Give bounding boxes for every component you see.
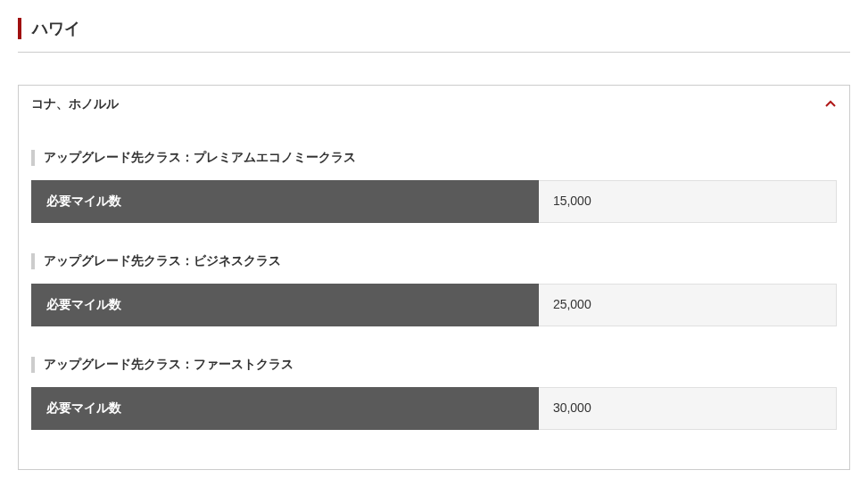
accordion-header[interactable]: コナ、ホノルル	[19, 86, 849, 123]
accordion: コナ、ホノルル アップグレード先クラス：プレミアムエコノミークラス 必要マイル数…	[18, 85, 850, 470]
mile-label: 必要マイル数	[31, 180, 539, 223]
upgrade-block: アップグレード先クラス：ファーストクラス 必要マイル数 30,000	[31, 357, 837, 430]
chevron-up-icon	[824, 98, 837, 111]
upgrade-class-label: アップグレード先クラス：ファーストクラス	[31, 357, 837, 373]
mile-value: 15,000	[539, 180, 837, 223]
upgrade-class-label: アップグレード先クラス：ビジネスクラス	[31, 253, 837, 269]
mile-label: 必要マイル数	[31, 284, 539, 326]
divider	[18, 52, 850, 53]
upgrade-block: アップグレード先クラス：ビジネスクラス 必要マイル数 25,000	[31, 253, 837, 326]
section-title: ハワイ	[18, 18, 850, 39]
accordion-header-title: コナ、ホノルル	[31, 96, 119, 112]
mile-value: 30,000	[539, 387, 837, 430]
accordion-body: アップグレード先クラス：プレミアムエコノミークラス 必要マイル数 15,000 …	[19, 123, 849, 469]
upgrade-class-label: アップグレード先クラス：プレミアムエコノミークラス	[31, 150, 837, 166]
mile-row: 必要マイル数 25,000	[31, 284, 837, 326]
mile-value: 25,000	[539, 284, 837, 326]
mile-row: 必要マイル数 15,000	[31, 180, 837, 223]
mile-row: 必要マイル数 30,000	[31, 387, 837, 430]
mile-label: 必要マイル数	[31, 387, 539, 430]
upgrade-block: アップグレード先クラス：プレミアムエコノミークラス 必要マイル数 15,000	[31, 150, 837, 223]
